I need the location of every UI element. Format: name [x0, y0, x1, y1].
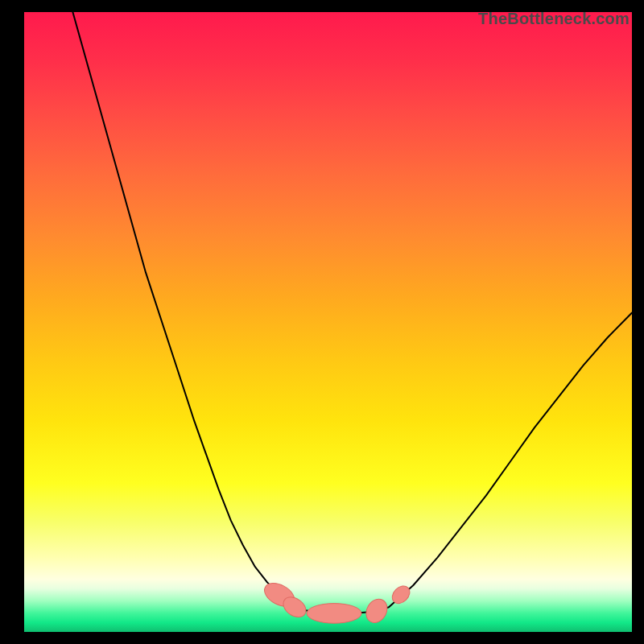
chart-svg-layer: [24, 12, 632, 632]
watermark-text: TheBottleneck.com: [478, 10, 630, 28]
data-marker-3: [362, 595, 391, 626]
bottleneck-curve: [72, 12, 632, 613]
data-marker-2: [307, 604, 361, 624]
chart-plot-area: [24, 12, 632, 632]
chart-frame: TheBottleneck.com: [0, 0, 644, 644]
